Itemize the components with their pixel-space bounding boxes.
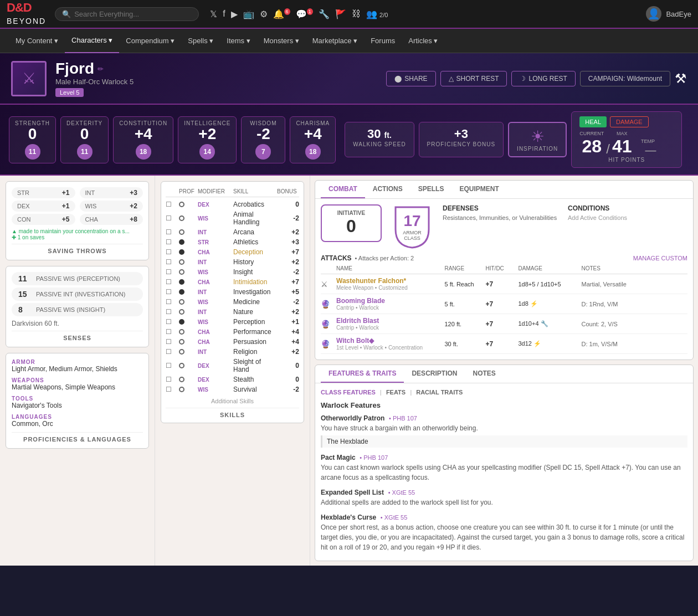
skill-check-9[interactable]: ☐	[166, 298, 177, 306]
features-nav-racial[interactable]: RACIAL TRAITS	[416, 389, 463, 396]
skill-prof-dot-3	[179, 239, 184, 245]
inspiration-box[interactable]: ☀ INSPIRATION	[508, 122, 567, 157]
youtube-icon[interactable]: ▶	[231, 9, 238, 19]
throw-con-val: +5	[62, 215, 70, 223]
defenses-box: DEFENSES Resistances, Immunities, or Vul…	[443, 204, 562, 221]
conditions-add[interactable]: Add Active Conditions	[568, 214, 687, 221]
throw-int-val: +3	[130, 189, 137, 197]
twitter-icon[interactable]: 𝕏	[210, 9, 217, 19]
anvil-icon[interactable]: ⚒	[675, 71, 687, 86]
tools-icon[interactable]: 🔧	[319, 9, 330, 19]
tab-actions[interactable]: ACTIONS	[365, 181, 410, 198]
flag-icon[interactable]: 🚩	[335, 9, 346, 19]
messages-badge: 1	[307, 8, 313, 15]
nav-marketplace[interactable]: Marketplace ▾	[306, 29, 364, 53]
link-icon[interactable]: ⛓	[352, 9, 361, 19]
feature-desc-3: Once per short rest, as a bonus action, …	[321, 522, 687, 552]
feature-source-2: • XGtE 55	[388, 489, 415, 496]
skill-check-4[interactable]: ☐	[166, 248, 177, 256]
tab-combat[interactable]: COMBAT	[321, 181, 365, 198]
party-icon[interactable]: 👥 2/0	[366, 9, 388, 19]
feature-item-0: Otherworldly Patron • PHB 107 You have s…	[321, 414, 687, 448]
skill-name-5: History	[233, 258, 275, 266]
campaign-button[interactable]: CAMPAIGN: Wildemount	[580, 71, 670, 86]
twitch-icon[interactable]: 📺	[243, 9, 254, 19]
skill-check-6[interactable]: ☐	[166, 268, 177, 276]
hp-current-value: 28	[582, 136, 602, 156]
hp-values-row: CURRENT 28 / MAX 41 TEMP —	[579, 131, 674, 157]
search-bar[interactable]: 🔍	[55, 7, 199, 21]
character-name-edit-icon[interactable]: ✏	[97, 65, 104, 73]
skill-check-8[interactable]: ☐	[166, 288, 177, 296]
prof-languages: LANGUAGES Common, Orc	[12, 414, 143, 428]
nav-my-content[interactable]: My Content ▾	[9, 29, 65, 53]
tab-spells[interactable]: SPELLS	[410, 181, 452, 198]
notification-icon[interactable]: 🔔6	[273, 9, 290, 19]
skill-check-11[interactable]: ☐	[166, 318, 177, 326]
nav-articles[interactable]: Articles ▾	[402, 29, 444, 53]
long-rest-button[interactable]: ☽ LONG REST	[511, 71, 575, 86]
search-input[interactable]	[74, 10, 185, 18]
skill-prof-dot-12	[179, 329, 184, 335]
skill-check-0[interactable]: ☐	[166, 201, 177, 208]
skill-prof-dot-9	[179, 299, 184, 305]
skill-check-15[interactable]: ☐	[166, 362, 177, 369]
armor-values: 17 ARMORCLASS	[403, 212, 422, 241]
attack-range-3: 30 ft.	[445, 341, 484, 347]
features-section-title: Warlock Features	[321, 401, 687, 409]
facebook-icon[interactable]: f	[223, 9, 225, 19]
features-nav-class[interactable]: CLASS FEATURES	[321, 389, 376, 396]
skill-prof-dot-13	[179, 339, 184, 345]
skill-check-2[interactable]: ☐	[166, 228, 177, 236]
tab-description[interactable]: DESCRIPTION	[404, 365, 465, 383]
nav-compendium[interactable]: Compendium ▾	[119, 29, 181, 53]
skill-check-5[interactable]: ☐	[166, 258, 177, 266]
settings-icon[interactable]: ⚙	[260, 9, 268, 19]
skill-bonus-9: -2	[277, 298, 299, 306]
short-rest-button[interactable]: △ SHORT REST	[440, 71, 507, 86]
throw-note-1: ▲ made to maintain your concentration on…	[12, 228, 143, 234]
feature-desc-1: You can cast known warlock spells using …	[321, 463, 687, 482]
features-nav-feats[interactable]: FEATS	[386, 389, 406, 396]
username[interactable]: BadEye	[666, 10, 691, 18]
share-button[interactable]: ⬤ SHARE	[386, 71, 435, 86]
skill-check-10[interactable]: ☐	[166, 308, 177, 316]
nav-spells[interactable]: Spells ▾	[181, 29, 220, 53]
skill-check-3[interactable]: ☐	[166, 238, 177, 246]
skill-prof-dot-14	[179, 349, 184, 355]
ability-charisma: CHARISMA +4 18	[290, 116, 336, 163]
site-logo[interactable]: D&D BEYOND	[7, 2, 46, 26]
tab-notes[interactable]: NOTES	[465, 365, 503, 383]
attack-name-2[interactable]: Eldritch Blast	[336, 317, 443, 325]
feature-title-1: Pact Magic	[321, 454, 356, 461]
saving-throws-section: STR +1 INT +3 DEX +1 WIS +2 CON +5	[6, 181, 149, 260]
level-badge: Level 5	[55, 88, 84, 97]
skill-check-12[interactable]: ☐	[166, 328, 177, 336]
skill-check-14[interactable]: ☐	[166, 348, 177, 356]
skill-check-17[interactable]: ☐	[166, 386, 177, 393]
nav-items[interactable]: Items ▾	[220, 29, 256, 53]
skill-check-1[interactable]: ☐	[166, 214, 177, 222]
char-race: Half-Orc	[73, 78, 100, 86]
character-actions: ⬤ SHARE △ SHORT REST ☽ LONG REST CAMPAIG…	[386, 71, 687, 86]
attack-name-3[interactable]: Witch Bolt◆	[336, 337, 443, 345]
skill-row-investigation: ☐ INT Investigation +5	[166, 287, 299, 297]
attack-hit-3: +7	[486, 340, 516, 348]
skill-stat-5: INT	[198, 259, 231, 265]
attack-name-0[interactable]: Wastehunter Falchon*	[336, 277, 443, 285]
skill-check-7[interactable]: ☐	[166, 278, 177, 286]
nav-forums[interactable]: Forums	[364, 29, 402, 53]
manage-custom-button[interactable]: MANAGE CUSTOM	[633, 255, 687, 261]
user-avatar[interactable]: 👤	[646, 6, 661, 22]
damage-button[interactable]: DAMAGE	[610, 116, 649, 127]
skill-check-16[interactable]: ☐	[166, 376, 177, 383]
nav-monsters[interactable]: Monsters ▾	[257, 29, 306, 53]
nav-characters[interactable]: Characters ▾	[65, 29, 119, 53]
heal-button[interactable]: HEAL	[579, 116, 607, 127]
skill-check-13[interactable]: ☐	[166, 338, 177, 346]
tab-equipment[interactable]: EQUIPMENT	[451, 181, 506, 198]
messages-icon[interactable]: 💬1	[296, 9, 313, 19]
tab-features[interactable]: FEATURES & TRAITS	[321, 365, 404, 383]
attack-row-1: 🔮 Booming Blade Cantrip • Warlock 5 ft. …	[321, 294, 687, 314]
attack-name-1[interactable]: Booming Blade	[336, 297, 443, 305]
